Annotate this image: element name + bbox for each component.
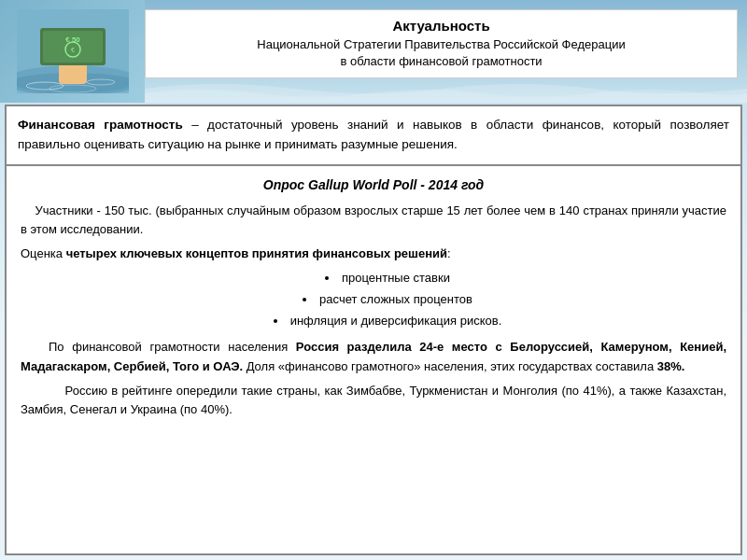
bullet-item-2: расчет сложных процентов — [49, 290, 726, 309]
ranking-text: По финансовой грамотности населения Росс… — [21, 338, 726, 375]
page-wrapper: € 50 € Актуальность — [0, 0, 747, 560]
bullet-list: процентные ставки расчет сложных процент… — [49, 269, 726, 330]
header-title: Актуальность — [160, 18, 723, 34]
bullet-item-1: процентные ставки — [49, 269, 726, 287]
ranking-suffix: Доля «финансово грамотного» населения, э… — [243, 359, 657, 373]
coin-visual: € 50 € — [17, 9, 129, 93]
trailing-text: Россию в рейтинге опередили такие страны… — [21, 382, 726, 419]
header-subtitle: Национальной Стратегии Правительства Рос… — [160, 36, 723, 70]
assessment-prefix: Оценка — [21, 246, 66, 260]
ranking-prefix: По финансовой грамотности населения — [49, 340, 296, 354]
ranking-percent: 38%. — [657, 359, 685, 373]
definition-term: Финансовая грамотность — [18, 118, 183, 132]
header-box: Актуальность Национальной Стратегии Прав… — [145, 9, 738, 78]
coin-svg: € 50 € — [17, 9, 129, 93]
main-content: Финансовая грамотность – достаточный уро… — [5, 105, 742, 555]
coin-image-area: € 50 € — [0, 0, 145, 103]
header-subtitle-line2: в области финансовой грамотности — [340, 54, 542, 68]
wave-decoration — [145, 75, 747, 103]
participants-text: Участники - 150 тыс. (выбранных случайны… — [21, 202, 726, 239]
bullet-item-3: инфляция и диверсификация рисков. — [49, 312, 726, 330]
assessment-bold: четырех ключевых концептов принятия фина… — [66, 246, 447, 260]
assessment-text: Оценка четырех ключевых концептов принят… — [21, 245, 726, 263]
assessment-suffix: : — [447, 246, 451, 260]
svg-text:€: € — [71, 47, 75, 53]
survey-block: Опрос Gallup World Poll - 2014 год Участ… — [7, 166, 740, 428]
header-subtitle-line1: Национальной Стратегии Правительства Рос… — [257, 37, 625, 51]
survey-title: Опрос Gallup World Poll - 2014 год — [21, 175, 726, 196]
definition-block: Финансовая грамотность – достаточный уро… — [7, 106, 740, 166]
